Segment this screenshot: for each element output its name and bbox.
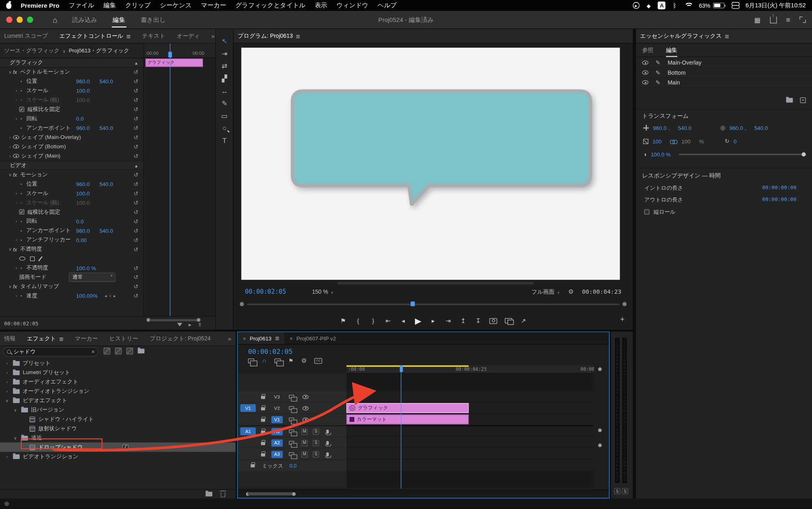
param-value[interactable]: 960.0 — [76, 227, 99, 234]
clear-search-icon[interactable] — [91, 349, 95, 355]
effect-control-row[interactable]: 位置 960.0 540.0 — [0, 77, 143, 86]
effect-control-row[interactable]: › シェイプ (Main) — [0, 151, 143, 160]
twirl-icon[interactable]: › — [13, 238, 19, 242]
overflow-icon[interactable] — [212, 32, 215, 40]
reset-icon[interactable] — [134, 134, 138, 141]
panel-menu-icon[interactable] — [275, 334, 279, 342]
timeline-vscroll-handle[interactable] — [598, 367, 602, 371]
effect-control-row[interactable]: ∨ タイムリマップ — [0, 282, 143, 291]
reset-icon[interactable] — [134, 115, 138, 122]
menubar-clock[interactable]: 6月13日(火) 午前10:52 — [745, 2, 806, 9]
twirl-icon[interactable]: ∨ — [13, 407, 18, 412]
eye-icon[interactable] — [302, 394, 309, 399]
reset-icon[interactable] — [134, 227, 138, 234]
menubar-item[interactable]: ファイル — [69, 1, 94, 10]
panel-menu-icon[interactable] — [59, 334, 63, 342]
pen-tool[interactable]: ✎ — [219, 100, 230, 107]
effect-control-row[interactable]: › 回転 0.0 — [0, 217, 143, 226]
param-value[interactable]: 100.0 % — [76, 265, 99, 271]
reset-icon[interactable] — [134, 87, 138, 94]
menubar-item[interactable]: マーカー — [201, 1, 226, 10]
insert-as-nest-icon[interactable] — [248, 358, 254, 363]
ellipse-mask-icon[interactable] — [19, 256, 25, 260]
opacity-value[interactable]: 100.0 % — [651, 151, 672, 157]
twirl-icon[interactable]: › — [13, 219, 19, 223]
program-scrollbar[interactable] — [337, 282, 534, 284]
row-icon[interactable] — [19, 227, 26, 234]
effects-tree-item[interactable]: ∨ 旧バージョン — [0, 405, 235, 414]
reset-icon[interactable] — [134, 162, 138, 168]
timeline-settings-icon[interactable] — [301, 357, 307, 364]
row-icon[interactable] — [13, 135, 19, 139]
panel-tab[interactable]: プロジェクト: Proj0524 — [150, 335, 211, 342]
V3[interactable]: V3 — [238, 391, 347, 402]
step-forward-button[interactable]: ▸ — [429, 316, 437, 325]
timeline-hscrollbar[interactable] — [238, 490, 609, 497]
roll-checkbox[interactable] — [644, 209, 650, 214]
twirl-icon[interactable]: › — [4, 370, 10, 375]
lift-button[interactable]: ↥ — [459, 316, 467, 325]
captions-icon[interactable] — [315, 358, 322, 364]
panel-tab[interactable]: Lumetri スコープ — [4, 32, 48, 40]
anchor-x[interactable]: 960.0 , — [730, 125, 750, 131]
reset-icon[interactable] — [134, 246, 138, 253]
eg-tab[interactable]: 参照 — [642, 46, 654, 54]
new-layer-icon[interactable] — [800, 97, 806, 103]
param-value[interactable]: 960.0 — [76, 125, 99, 131]
effect-control-row[interactable]: グラフィック — [0, 58, 143, 67]
timeline-vscroll-handle[interactable] — [598, 444, 602, 447]
layer-name[interactable]: Main-Overlay — [667, 60, 701, 66]
effect-control-row[interactable]: › 回転 0.0 — [0, 114, 143, 123]
effects-tree-item[interactable]: ∨ 遠近 — [0, 433, 235, 442]
solo-button[interactable]: S — [313, 451, 319, 457]
twirl-icon[interactable]: › — [13, 88, 19, 93]
solo-right-button[interactable]: S — [622, 488, 628, 494]
effect-control-row[interactable]: › スケール (幅) 100.0 — [0, 95, 143, 105]
add-marker-icon[interactable] — [288, 357, 294, 364]
param-value[interactable]: 100.0 — [76, 97, 99, 103]
menubar-item[interactable]: 表示 — [315, 1, 327, 10]
effect-control-row[interactable]: 縦横比を固定 — [0, 105, 143, 114]
panel-menu-icon[interactable] — [126, 32, 130, 40]
minimize-window-button[interactable] — [17, 17, 23, 23]
effects-tree-item[interactable]: ドロップシャドウ — [0, 442, 235, 452]
quick-export-icon[interactable] — [770, 16, 777, 23]
source-patch[interactable]: V1 — [240, 404, 256, 412]
reset-icon[interactable] — [134, 78, 138, 85]
reset-icon[interactable] — [134, 181, 138, 188]
outro-duration-value[interactable]: 00:00:00:00 — [762, 196, 796, 202]
transform-section-title[interactable]: トランスフォーム — [642, 112, 689, 120]
twirl-icon[interactable]: › — [13, 116, 19, 121]
program-timecode[interactable]: 00:00:02:05 — [245, 288, 286, 295]
effects-tree-item[interactable]: › オーディオエフェクト — [0, 377, 235, 387]
eg-layer-row[interactable]: Main-Overlay — [636, 58, 812, 68]
panel-tab[interactable]: 情報 — [4, 335, 15, 342]
row-icon[interactable] — [19, 181, 26, 187]
sync-lock-icon[interactable] — [289, 453, 294, 456]
effect-control-row[interactable]: ビデオ — [0, 160, 143, 170]
panel-tab[interactable]: テキスト — [142, 32, 165, 40]
reset-icon[interactable] — [134, 218, 138, 225]
A3[interactable]: A3 M S — [238, 449, 347, 460]
voiceover-mic-icon[interactable] — [326, 441, 329, 445]
type-tool[interactable]: T — [219, 137, 230, 145]
close-window-button[interactable] — [6, 17, 12, 23]
row-icon[interactable] — [13, 172, 20, 178]
bluetooth-icon[interactable] — [673, 2, 676, 9]
timeline-playhead[interactable] — [401, 365, 401, 489]
twirl-icon[interactable]: › — [13, 191, 19, 195]
eg-tab[interactable]: 編集 — [666, 46, 677, 54]
row-icon[interactable] — [13, 69, 20, 75]
step-back-button[interactable]: ◂ — [399, 316, 407, 325]
param-value[interactable]: 0.00 — [76, 237, 99, 243]
effect-control-row[interactable]: ∨ 不透明度 — [0, 245, 143, 254]
menubar-item[interactable]: クリップ — [125, 1, 151, 10]
mute-button[interactable]: M — [301, 428, 307, 434]
play-circle-icon[interactable] — [633, 2, 639, 9]
effect-control-row[interactable]: ∨ モーション — [0, 170, 143, 179]
reset-icon[interactable] — [134, 106, 138, 113]
add-marker-button[interactable]: ⚑ — [339, 316, 347, 325]
voiceover-mic-icon[interactable] — [326, 429, 329, 433]
scale-icon[interactable] — [643, 139, 648, 144]
effect-control-row[interactable]: › シェイプ (Main-Overlay) — [0, 133, 143, 142]
